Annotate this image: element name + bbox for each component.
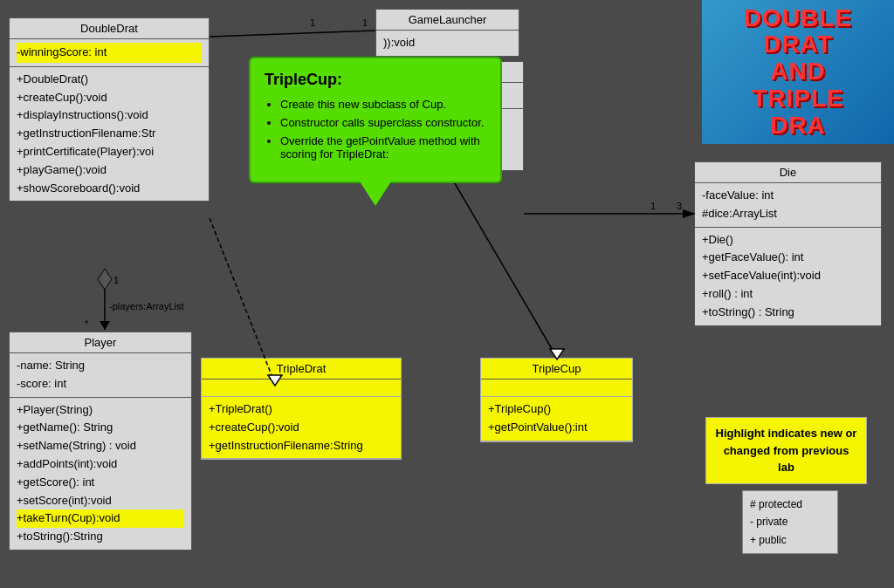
svg-marker-3	[100, 321, 110, 330]
popup-item-1: Create this new subclass of Cup.	[280, 98, 486, 111]
access-private: - private	[750, 513, 830, 530]
dd-method-6: +playGame():void	[17, 161, 202, 180]
tc-method-2: +getPointValue():int	[488, 419, 625, 437]
tripledrat-box: TripleDrat +TripleDrat() +createCup():vo…	[201, 358, 402, 460]
svg-text:1: 1	[650, 201, 656, 211]
td-method-2: +createCup():void	[209, 419, 394, 437]
gamelauncher-methods: )):void	[376, 31, 519, 56]
triplecup-box: TripleCup +TripleCup() +getPointValue():…	[480, 358, 633, 442]
mult-dd-p-star: *	[85, 318, 89, 329]
player-method-8: +toString():String	[17, 528, 184, 546]
player-method-5: +getScore(): int	[17, 474, 184, 492]
popup-title: TripleCup:	[265, 71, 486, 89]
dd-method-5: +printCertificate(Player):voi	[17, 143, 202, 161]
die-methods: +Die() +getFaceValue(): int +setFaceValu…	[695, 228, 881, 325]
triplecup-popup: TripleCup: Create this new subclass of C…	[249, 57, 502, 183]
access-public: + public	[750, 531, 830, 549]
dd-method-7: +showScoreboard():void	[17, 180, 202, 198]
popup-item-2: Constructor calls superclass constructor…	[280, 116, 486, 129]
die-attr-2: #dice:ArrayList	[702, 205, 874, 223]
mult-dd-gl-2: 1	[362, 17, 368, 28]
player-methods: +Player(String) +getName(): String +setN…	[10, 398, 191, 550]
gl-method-1: )):void	[383, 34, 512, 52]
die-method-5: +toString() : String	[702, 304, 874, 322]
mult-dd-p-1: 1	[113, 275, 119, 285]
player-method-2: +getName(): String	[17, 419, 184, 437]
die-method-1: +Die()	[702, 231, 874, 250]
die-method-2: +getFaceValue(): int	[702, 249, 874, 267]
tripledrat-attrs	[202, 379, 401, 397]
decoration-image: DOUBLEDRATANDTRIPLEDRA	[702, 0, 894, 144]
doubledrat-title: DoubleDrat	[10, 18, 209, 39]
player-method-3: +setName(String) : void	[17, 437, 184, 455]
svg-line-0	[210, 31, 375, 37]
legend-access-box: # protected - private + public	[742, 490, 838, 554]
gamelauncher-box: GameLauncher )):void	[375, 9, 519, 57]
mult-dd-gl-1: 1	[310, 17, 315, 28]
svg-line-7	[450, 174, 557, 358]
triplecup-attrs	[481, 379, 632, 397]
triplecup-title: TripleCup	[481, 359, 632, 379]
player-title: Player	[10, 332, 191, 353]
doubledrat-attr-1: -winningScore: int	[17, 43, 202, 63]
die-method-4: +roll() : int	[702, 285, 874, 304]
doubledrat-box: DoubleDrat -winningScore: int +DoubleDra…	[9, 17, 210, 202]
die-title: Die	[695, 162, 881, 183]
dd-method-3: +displayInstructions():void	[17, 106, 202, 125]
td-method-3: +getInstructionFilename:String	[209, 437, 394, 455]
die-attr-1: -faceValue: int	[702, 187, 874, 205]
player-attr-2: -score: int	[17, 375, 184, 393]
gamelauncher-title: GameLauncher	[376, 10, 519, 31]
dd-method-2: +createCup():void	[17, 89, 202, 107]
player-attributes: -name: String -score: int	[10, 353, 191, 398]
popup-item-3: Override the getPointValue method with s…	[280, 134, 486, 161]
svg-marker-2	[98, 269, 112, 290]
triplecup-methods: +TripleCup() +getPointValue():int	[481, 397, 632, 441]
player-attr-1: -name: String	[17, 357, 184, 375]
die-box: Die -faceValue: int #dice:ArrayList +Die…	[694, 161, 882, 326]
die-attributes: -faceValue: int #dice:ArrayList	[695, 183, 881, 228]
tripledrat-title: TripleDrat	[202, 359, 401, 379]
legend-highlight-text: Highlight indicates new or changed from …	[716, 427, 857, 474]
player-method-1: +Player(String)	[17, 401, 184, 420]
dd-method-1: +DoubleDrat()	[17, 71, 202, 89]
deco-text: DOUBLEDRATANDTRIPLEDRA	[744, 5, 852, 140]
legend-highlight-box: Highlight indicates new or changed from …	[705, 417, 867, 484]
svg-text:-players:ArrayList: -players:ArrayList	[109, 301, 184, 311]
player-method-6: +setScore(int):void	[17, 492, 184, 510]
player-method-4: +addPoints(int):void	[17, 455, 184, 474]
tripledrat-methods: +TripleDrat() +createCup():void +getInst…	[202, 397, 401, 459]
popup-list: Create this new subclass of Cup. Constru…	[265, 98, 486, 161]
player-box: Player -name: String -score: int +Player…	[9, 332, 192, 550]
td-method-1: +TripleDrat()	[209, 400, 394, 419]
dd-method-4: +getInstructionFilename:Str	[17, 125, 202, 143]
doubledrat-attributes: -winningScore: int	[10, 39, 209, 67]
player-method-7: +takeTurn(Cup):void	[17, 509, 184, 528]
die-method-3: +setFaceValue(int):void	[702, 267, 874, 285]
doubledrat-methods: +DoubleDrat() +createCup():void +display…	[10, 67, 209, 202]
svg-text:3: 3	[677, 201, 682, 211]
access-protected: # protected	[750, 496, 830, 513]
tc-method-1: +TripleCup()	[488, 400, 625, 419]
